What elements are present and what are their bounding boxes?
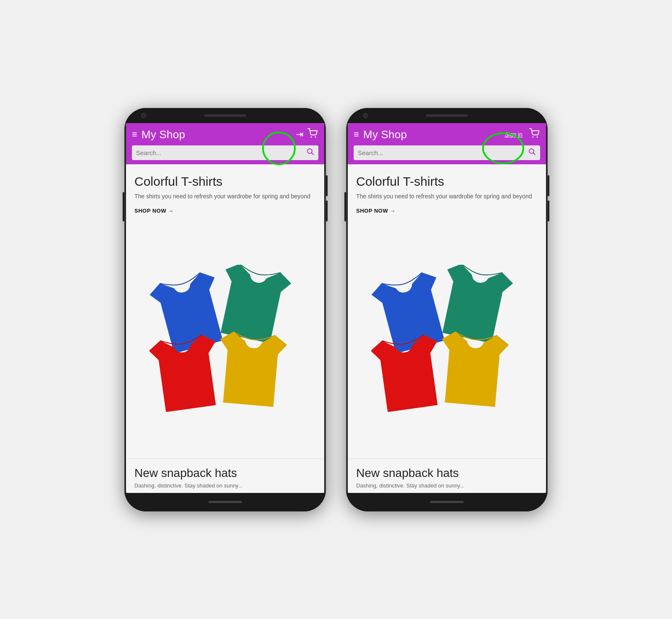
hero-subtitle-1: The shirts you need to refresh your ward… [134,192,316,201]
bottom-subtitle-1: Dashing, distinctive. Stay shaded on sun… [134,482,316,489]
hero-title-2: Colorful T-shirts [356,174,538,189]
phone-top-bar [124,108,326,123]
home-indicator-2 [430,501,464,503]
phone-frame-1: ≡ My Shop ⇥ [124,108,326,511]
tshirt-image-2 [348,219,546,458]
cart-icon-1[interactable] [307,128,318,141]
hero-subtitle-2: The shirts you need to refresh your ward… [356,192,538,201]
speaker-2 [426,114,468,117]
volume-down-button[interactable] [326,200,328,221]
bottom-section-1: New snapback hats Dashing, distinctive. … [126,458,324,493]
search-input-2[interactable] [358,149,528,156]
front-camera [141,113,146,118]
search-bar-2 [354,145,540,160]
search-bar-1 [132,145,318,160]
phone-frame-2: ≡ My Shop Sign in [346,108,548,511]
hero-section-2: Colorful T-shirts The shirts you need to… [348,164,546,219]
phone-screen-2: ≡ My Shop Sign in [348,123,546,493]
app-title-2: My Shop [363,128,498,141]
home-indicator-1 [208,501,242,503]
bottom-title-1: New snapback hats [134,466,316,480]
app-bar-1: ≡ My Shop ⇥ [126,123,324,164]
phone-top-bar-2 [346,108,548,123]
cart-icon-2[interactable] [529,128,540,141]
app-content-2: Colorful T-shirts The shirts you need to… [348,164,546,493]
login-icon[interactable]: ⇥ [296,129,303,140]
bottom-title-2: New snapback hats [356,466,538,480]
front-camera-2 [363,113,368,118]
svg-point-0 [311,137,312,138]
svg-point-4 [537,137,538,138]
hamburger-menu-icon[interactable]: ≡ [132,130,137,139]
search-button-1[interactable] [307,148,314,158]
bottom-subtitle-2: Dashing, distinctive. Stay shaded on sun… [356,482,538,489]
svg-point-1 [315,137,316,138]
hero-section-1: Colorful T-shirts The shirts you need to… [126,164,324,219]
app-title-1: My Shop [142,128,291,141]
app-content-1: Colorful T-shirts The shirts you need to… [126,164,324,493]
shop-now-button-1[interactable]: SHOP NOW → [134,208,174,214]
sign-in-button[interactable]: Sign in [502,130,525,139]
volume-up-button-2[interactable] [548,175,549,196]
speaker [204,114,246,117]
volume-down-button-2[interactable] [548,200,549,221]
phone-1: ≡ My Shop ⇥ [124,108,326,511]
hamburger-menu-icon-2[interactable]: ≡ [354,130,359,139]
tshirt-image-1 [126,219,324,458]
bottom-section-2: New snapback hats Dashing, distinctive. … [348,458,546,493]
hero-title-1: Colorful T-shirts [134,174,316,189]
volume-up-button[interactable] [326,175,328,196]
app-bar-2: ≡ My Shop Sign in [348,123,546,164]
phone-bottom-bar-1 [124,493,326,511]
phone-screen-1: ≡ My Shop ⇥ [126,123,324,493]
svg-point-3 [533,137,534,138]
search-input-1[interactable] [136,149,307,156]
search-button-2[interactable] [528,148,536,158]
phone-2: ≡ My Shop Sign in [346,108,548,511]
shop-now-button-2[interactable]: SHOP NOW → [356,208,396,214]
phone-bottom-bar-2 [346,493,548,511]
